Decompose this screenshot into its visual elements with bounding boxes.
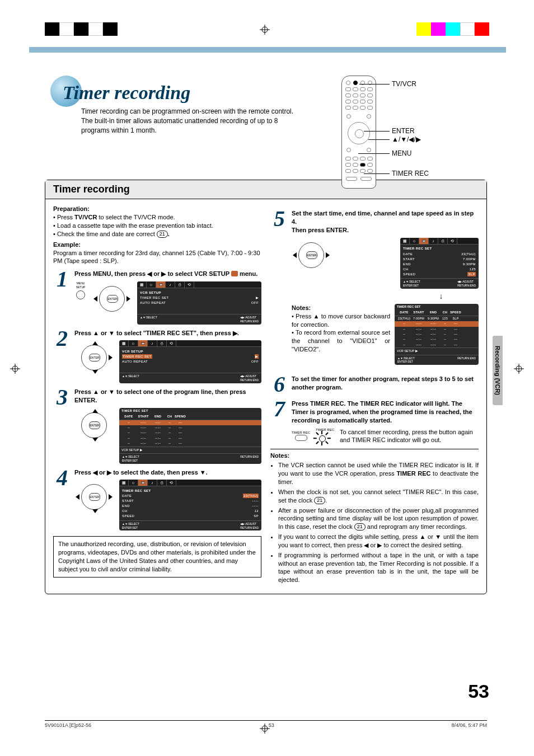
remote-label-menu: MENU <box>392 149 411 157</box>
example-text: Program a timer recording for 23rd day, … <box>53 249 261 266</box>
remote-dpad-icon <box>348 122 370 144</box>
registration-mark-left <box>10 364 20 374</box>
step-2: 2 Press ▲ or ▼ to select "TIMER REC SET"… <box>53 329 261 383</box>
footer: 5V90101A [E]p52-56 53 8/4/06, 5:47 PM <box>45 720 487 728</box>
preparation-block: Preparation: • Press TV/VCR to select th… <box>53 205 261 265</box>
section-body: Preparation: • Press TV/VCR to select th… <box>45 199 486 594</box>
step-7-cancel-text: To cancel timer recording, press the but… <box>340 428 479 445</box>
footer-left: 5V90101A [E]p52-56 <box>45 722 91 728</box>
osd-step3: TIMER REC SET DATESTARTENDCHSPEND ----:-… <box>119 408 261 464</box>
step-3-text: Press ▲ or ▼ to select one of the progra… <box>74 388 261 405</box>
dpad-lr-icon: ENTER <box>92 281 132 313</box>
prep-b1: • Press TV/VCR to select the TV/VCR mode… <box>53 213 261 222</box>
menu-button-icon: MENU SETUP <box>74 281 87 299</box>
step-5-number: 5 <box>268 204 291 234</box>
note-3: After a power failure or disconnection o… <box>278 506 479 532</box>
osd-step2: ▦☼📼♪⎙⟲ VCR SETUP TIMER REC SET▶ AUTO REP… <box>119 340 261 383</box>
step-3-number: 3 <box>51 382 73 412</box>
step-7: 7 Press TIMER REC. The TIMER REC indicat… <box>270 400 479 445</box>
header-accent-bar <box>29 47 506 53</box>
registration-mark-right <box>514 364 524 374</box>
step-4-text: Press ◀ or ▶ to select the date, then pr… <box>74 468 261 477</box>
step-1: 1 Press MENU, then press ◀ or ▶ to selec… <box>53 270 261 324</box>
step-6-text: To set the timer for another program, re… <box>292 375 479 392</box>
dpad-ud-enter-icon: ENTER <box>74 408 114 439</box>
prep-heading: Preparation: <box>53 205 261 213</box>
osd-step4: ▦☼📼♪⎙⟲ TIMER REC SET DATE23(THU) START--… <box>119 480 261 530</box>
timer-rec-indicator-icon <box>316 432 328 444</box>
osd-step5a: ▦☼📼♪⎙⟲ TIMER REC SET DATE23(THU) START7:… <box>400 238 479 289</box>
notes-list: The VCR section cannot be used while the… <box>270 461 479 584</box>
step5-note1: • Press ▲ to move cursor backward for co… <box>292 312 390 329</box>
step-5: 5 Set the start time, end time, channel … <box>270 209 479 365</box>
page-number: 53 <box>468 680 489 702</box>
intro-text: Timer recording can be programmed on-scr… <box>45 107 305 135</box>
notes-heading: Notes: <box>270 452 479 460</box>
step-3: 3 Press ▲ or ▼ to select one of the prog… <box>53 388 261 464</box>
prep-b3: • Check the time and date are correct 21… <box>53 230 261 238</box>
dpad-lrd-icon: ENTER <box>74 480 114 511</box>
side-tab-recording-vcr: Recording (VCR) <box>493 336 503 405</box>
timer-rec-button-icon <box>295 435 307 441</box>
footer-mid: 53 <box>269 722 274 728</box>
left-column: Preparation: • Press TV/VCR to select th… <box>53 205 261 586</box>
note-2: When the clock is not set, you cannot se… <box>278 488 479 505</box>
notes-divider <box>270 449 479 449</box>
arrow-down-icon: ↓ <box>404 291 479 302</box>
section-box: Timer recording Preparation: • Press TV/… <box>45 180 487 594</box>
example-heading: Example: <box>53 241 261 249</box>
step-4-number: 4 <box>51 463 73 493</box>
step-7-text: Press TIMER REC. The TIMER REC indicator… <box>292 400 479 425</box>
step5-notes-heading: Notes: <box>292 304 390 312</box>
note-1: The VCR section cannot be used while the… <box>278 461 479 486</box>
step-7-figure: TIMER REC TIMER REC <box>292 428 479 444</box>
step-2-text: Press ▲ or ▼ to select "TIMER REC SET", … <box>74 329 261 337</box>
registration-mark-top <box>260 25 270 35</box>
page: Timer recording Timer recording can be p… <box>0 0 534 756</box>
step-5-text: Set the start time, end time, channel an… <box>292 209 479 234</box>
osd-step5b: TIMER REC SET DATESTARTENDCHSPEED 23(THU… <box>395 304 479 365</box>
step-6: 6 To set the timer for another program, … <box>270 375 479 392</box>
content-area: Timer recording Timer recording can be p… <box>45 76 487 594</box>
step-7-number: 7 <box>268 394 291 424</box>
prep-b2: • Load a cassette tape with the erase pr… <box>53 222 261 230</box>
right-column: 5 Set the start time, end time, channel … <box>270 205 479 586</box>
step5-note2: • To record from external source set the… <box>292 328 390 354</box>
remote-label-enter: ENTER <box>392 127 415 135</box>
title-block: Timer recording Timer recording can be p… <box>45 76 487 135</box>
step-1-text: Press MENU, then press ◀ or ▶ to select … <box>74 270 261 278</box>
osd-step1: ▦☼📼♪⎙⟲ VCR SETUP TIMER REC SET▶ AUTO REP… <box>137 281 261 325</box>
copyright-disclaimer: The unauthorized recording, use, distrib… <box>53 536 261 577</box>
step-1-number: 1 <box>51 264 73 294</box>
step-2-number: 2 <box>51 323 73 354</box>
step-4: 4 Press ◀ or ▶ to select the date, then … <box>53 468 261 531</box>
note-5: If programming is performed without a ta… <box>278 551 479 584</box>
vcr-setup-tab-icon <box>231 271 238 276</box>
remote-label-timerrec: TIMER REC <box>392 170 429 177</box>
dpad-udr-icon: ENTER <box>74 340 114 372</box>
page-title: Timer recording <box>45 76 487 104</box>
dpad-lr-enter-icon: ENTER <box>292 238 331 269</box>
footer-right: 8/4/06, 5:47 PM <box>451 722 487 728</box>
remote-label-arrows: ▲/▼/◀/▶ <box>392 135 421 143</box>
note-4: If you want to correct the digits while … <box>278 533 479 550</box>
